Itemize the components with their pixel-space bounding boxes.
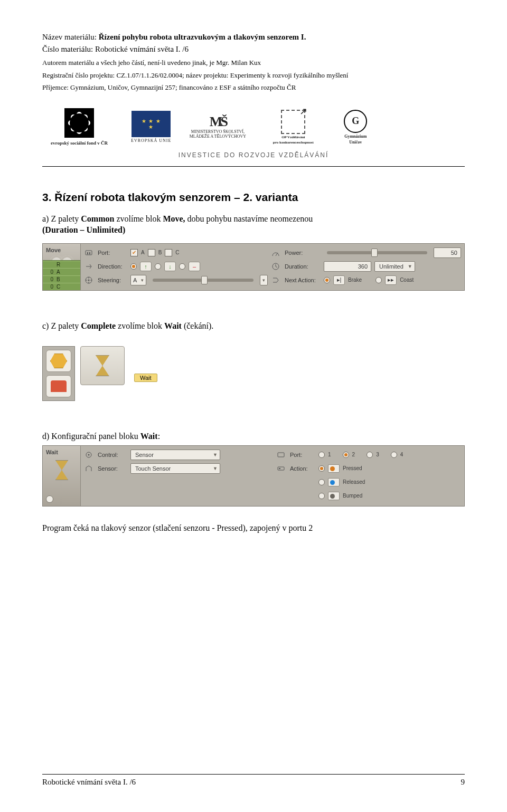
port-a-checkbox[interactable] <box>130 249 138 256</box>
footer: Robotické vnímání světa I. /6 9 <box>42 774 465 787</box>
port3-radio[interactable] <box>367 452 373 458</box>
para-a-mid: zvolíme blok <box>114 214 163 223</box>
move-config-panel: Move R 0A 0B 0C Port: A B C Power: 50 <box>42 243 465 291</box>
svg-rect-10 <box>278 467 284 470</box>
esf-caption: evropský sociální fond v ČR <box>51 141 108 146</box>
port-b-checkbox[interactable] <box>148 249 155 256</box>
wait-block[interactable] <box>80 346 125 385</box>
para-d-post: : <box>158 432 160 441</box>
motor-feedback: R 0A 0B 0C <box>43 260 80 290</box>
side-b-n: 0 <box>45 276 53 282</box>
dir-back-radio[interactable] <box>155 263 161 270</box>
palette-slot[interactable] <box>46 350 71 372</box>
direction-cell: ↑ ↓ – <box>130 262 268 271</box>
port2-radio[interactable] <box>343 452 349 458</box>
para-c-pre: c) Z palety <box>42 321 81 330</box>
para-a-b3: (Duration – Unlimited) <box>42 225 125 234</box>
esf-logo: evropský sociální fond v ČR <box>42 108 116 146</box>
duration-label: Duration: <box>285 263 321 270</box>
steering-label: Steering: <box>98 277 127 283</box>
steering-slider[interactable] <box>153 279 253 282</box>
stop-icon: – <box>189 262 200 271</box>
para-d: d) Konfigurační panel bloku Wait: <box>42 431 465 442</box>
logo-strip: evropský sociální fond v ČR EVROPSKÁ UNI… <box>42 104 465 148</box>
brake-icon: ▸| <box>333 275 345 285</box>
direction-icon <box>84 262 93 271</box>
control-dropdown[interactable]: Sensor▼ <box>130 450 220 460</box>
name-value: Řízení pohybu robota ultrazvukovým a tla… <box>99 33 306 41</box>
chevron-down-icon: ▾ <box>141 278 144 283</box>
port-label: Port: <box>290 452 315 458</box>
wait-port-radios: 1 2 3 4 <box>318 452 461 458</box>
msmt-icon: MŠ <box>210 114 226 130</box>
eu-caption: EVROPSKÁ UNIE <box>131 138 171 143</box>
svg-point-6 <box>88 279 90 281</box>
arrow-down-icon: ↓ <box>164 262 176 271</box>
port4-radio[interactable] <box>391 452 397 458</box>
para-c-b2: Wait <box>164 321 182 330</box>
reset-icon[interactable] <box>46 495 53 503</box>
side-b: B <box>57 276 60 282</box>
power-cell: 50 <box>324 247 461 258</box>
duration-value[interactable]: 360 <box>324 261 371 272</box>
side-c: C <box>57 284 60 290</box>
para-c-mid: zvolíme blok <box>116 321 164 330</box>
released-icon <box>328 478 340 486</box>
duration-unit-dropdown[interactable]: Unlimited▼ <box>374 261 415 272</box>
para-c: c) Z palety Complete zvolíme blok Wait (… <box>42 320 465 332</box>
gym-icon: G <box>344 110 367 133</box>
port1-lab: 1 <box>328 452 331 457</box>
direction-label: Direction: <box>98 263 127 270</box>
port-c-checkbox[interactable] <box>165 249 172 256</box>
pressed-icon <box>328 464 340 473</box>
pressed-radio[interactable] <box>318 465 325 472</box>
chevron-down-icon: ▼ <box>213 452 218 457</box>
wait-figure: Wait <box>42 346 465 401</box>
coast-icon: ▸▸ <box>385 275 397 285</box>
power-slider[interactable] <box>327 251 427 254</box>
next-action-cell: ▸| Brake ▸▸ Coast <box>324 275 461 285</box>
port-b-lab: B <box>158 250 162 255</box>
svg-rect-0 <box>86 251 92 255</box>
bumped-icon <box>328 492 340 500</box>
chevron-down-icon: ▾ <box>262 278 265 283</box>
move-side: Move R 0A 0B 0C <box>43 244 81 290</box>
released-radio[interactable] <box>318 479 325 485</box>
dir-fwd-radio[interactable] <box>130 263 137 270</box>
para-d-b1: Wait <box>140 432 158 441</box>
coast-radio[interactable] <box>375 277 382 283</box>
power-value[interactable]: 50 <box>434 247 461 258</box>
msmt-line2: MLÁDEŽE A TĚLOVÝCHOVY <box>190 135 246 139</box>
action-label: Action: <box>290 465 315 472</box>
sensor-label: Sensor: <box>98 465 127 472</box>
duration-unit: Unlimited <box>379 263 403 270</box>
sensor-dropdown[interactable]: Touch Sensor▼ <box>130 463 220 474</box>
next-action-icon <box>271 275 280 285</box>
steering-icon <box>84 275 93 285</box>
recipient-line: Příjemce: Gymnázium, Uničov, Gymnazijní … <box>42 83 465 92</box>
brake-radio[interactable] <box>324 277 330 283</box>
opvk-line2: pro konkurenceschopnost <box>273 140 314 145</box>
number-line: Číslo materiálu: Robotické vnímání světa… <box>42 44 465 55</box>
bumped-radio[interactable] <box>318 493 325 499</box>
svg-rect-1 <box>87 252 88 254</box>
port-checkboxes: A B C <box>130 249 268 256</box>
palette-strip <box>42 346 75 401</box>
wait-side: Wait <box>43 446 81 506</box>
steer-left-dropdown[interactable]: A▾ <box>130 275 146 285</box>
wait-panel-name: Wait <box>44 448 60 456</box>
name-label: Název materiálu: <box>42 33 99 41</box>
dir-stop-radio[interactable] <box>179 263 185 270</box>
control-icon <box>84 450 93 460</box>
port1-radio[interactable] <box>318 452 325 458</box>
steer-right-dropdown[interactable]: ▾ <box>260 275 268 285</box>
gym-line1: Gymnázium <box>344 134 367 139</box>
side-c-n: 0 <box>45 284 53 290</box>
sensor-value: Touch Sensor <box>135 465 171 472</box>
block-icon <box>51 380 67 392</box>
palette-slot[interactable] <box>46 375 71 397</box>
port-a-lab: A <box>141 250 145 255</box>
action-released-row: Released <box>318 478 461 486</box>
control-label: Control: <box>98 452 127 458</box>
side-r: R <box>57 262 60 268</box>
